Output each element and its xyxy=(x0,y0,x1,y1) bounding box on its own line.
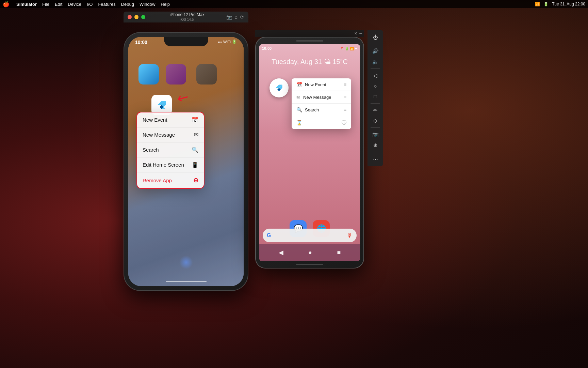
menubar-edit[interactable]: Edit xyxy=(55,2,62,7)
menubar-features[interactable]: Features xyxy=(98,2,115,7)
android-speaker xyxy=(296,40,323,42)
menubar-app-name[interactable]: Simulator xyxy=(16,2,37,7)
android-search-label: Search xyxy=(305,107,319,112)
android-flutter-icon[interactable] xyxy=(270,78,289,97)
iphone-device-body: 10:00 ▪▪▪ WiFi 🔋 xyxy=(124,32,248,291)
emulator-square-button[interactable]: □ xyxy=(370,92,381,101)
android-new-event-label: New Event xyxy=(305,82,326,87)
android-close-button[interactable]: ✕ xyxy=(354,31,357,36)
ios-app-icon-3[interactable] xyxy=(196,64,217,85)
context-menu-new-event[interactable]: New Event 📅 xyxy=(137,112,204,127)
android-time-display: 10:00 xyxy=(262,46,272,50)
android-nav-bar: ◀ ● ■ xyxy=(259,244,360,261)
android-drag-handle-1: ≡ xyxy=(344,82,346,87)
menubar-io[interactable]: I/O xyxy=(87,2,93,7)
ios-app-icon-2[interactable] xyxy=(166,64,186,85)
android-menu-new-message[interactable]: ✉ New Message ≡ xyxy=(292,91,351,104)
emulator-draw-button[interactable]: ✏ xyxy=(370,106,381,115)
menubar-device[interactable]: Device xyxy=(68,2,81,7)
android-info-icon: ⓘ xyxy=(342,120,346,126)
rotate-icon[interactable]: ⟳ xyxy=(240,14,244,20)
android-drag-handle-3: ≡ xyxy=(344,107,346,112)
android-battery-icon: 🔋 xyxy=(345,47,349,50)
menubar-file[interactable]: File xyxy=(42,2,49,7)
edit-home-label: Edit Home Screen xyxy=(143,162,184,168)
ios-context-menu: New Event 📅 New Message ✉ Search 🔍 Edit … xyxy=(136,112,205,189)
emulator-power-button[interactable]: ⏻ xyxy=(370,33,381,42)
android-new-message-label: New Message xyxy=(303,95,331,100)
search-icon: 🔍 xyxy=(192,147,198,153)
iphone-signal-icon: ▪▪▪ xyxy=(218,40,222,44)
side-panel-divider-4 xyxy=(371,127,380,128)
menubar-clock: Tue 31. Aug 22:00 xyxy=(552,2,585,6)
android-google-search-bar[interactable]: G 🎙 xyxy=(263,229,357,242)
android-screen[interactable]: 10:00 📍 🔋 📶 ▪▪ Tuesday, Aug 31 🌤 15°C xyxy=(259,44,360,261)
emulator-circle-button[interactable]: ○ xyxy=(370,81,381,90)
simulator-titlebar: iPhone 12 Pro Max iOS 14.5 📷 ⌂ ⟳ xyxy=(124,12,248,22)
emulator-erase-button[interactable]: ◇ xyxy=(370,116,381,125)
android-menu-remove[interactable]: ⌛ ⓘ xyxy=(292,116,351,129)
close-button[interactable] xyxy=(128,15,132,19)
context-menu-search[interactable]: Search 🔍 xyxy=(137,142,204,157)
search-label: Search xyxy=(143,147,159,153)
context-menu-new-message[interactable]: New Message ✉ xyxy=(137,127,204,142)
emulator-more-button[interactable]: ⋯ xyxy=(370,155,381,164)
android-drag-handle-2: ≡ xyxy=(344,95,346,99)
menubar-battery-icon: 🔋 xyxy=(543,2,549,6)
emulator-zoom-button[interactable]: ⊕ xyxy=(370,141,381,150)
google-g-icon: G xyxy=(267,232,271,239)
side-panel-divider-2 xyxy=(371,68,380,69)
emulator-volume-down-button[interactable]: 🔈 xyxy=(370,57,381,66)
remove-icon: ⊖ xyxy=(193,177,198,184)
android-date-widget: Tuesday, Aug 31 🌤 15°C xyxy=(259,58,360,66)
new-event-label: New Event xyxy=(143,117,167,123)
android-flutter-svg xyxy=(274,82,284,93)
android-context-menu: 📅 New Event ≡ ✉ New Message ≡ 🔍 Search xyxy=(292,78,351,129)
emulator-rotate-left-button[interactable]: ◁ xyxy=(370,71,381,80)
iphone-time-display: 10:00 xyxy=(135,40,147,45)
message-icon: ✉ xyxy=(194,132,198,138)
flutter-logo-svg xyxy=(155,98,168,112)
android-wifi-icon: 📶 xyxy=(350,47,354,50)
side-panel-divider-1 xyxy=(371,44,380,44)
emulator-camera-button[interactable]: 📷 xyxy=(370,130,381,139)
android-menu-new-event[interactable]: 📅 New Event ≡ xyxy=(292,78,351,91)
android-overview-button[interactable]: ■ xyxy=(337,249,341,256)
side-panel-divider-3 xyxy=(371,103,380,104)
android-location-icon: 📍 xyxy=(340,47,344,50)
side-panel-divider-5 xyxy=(371,152,380,152)
edit-home-icon: 📱 xyxy=(192,162,198,168)
menubar-help[interactable]: Help xyxy=(161,2,170,7)
iphone-screen[interactable]: 10:00 ▪▪▪ WiFi 🔋 xyxy=(128,37,244,286)
maximize-button[interactable] xyxy=(141,15,145,19)
ios-app-icon-1[interactable] xyxy=(138,64,159,85)
apple-menu-icon[interactable]: 🍎 xyxy=(3,1,10,7)
android-minimize-button[interactable]: ─ xyxy=(359,31,362,35)
context-menu-remove-app[interactable]: Remove App ⊖ xyxy=(137,172,204,188)
remove-app-label: Remove App xyxy=(143,178,172,183)
iphone-simulator-window: iPhone 12 Pro Max iOS 14.5 📷 ⌂ ⟳ 10:00 ▪… xyxy=(124,12,248,291)
menubar-wifi-icon: 📶 xyxy=(535,2,540,6)
android-menu-search[interactable]: 🔍 Search ≡ xyxy=(292,104,351,116)
ios-home-indicator-glow xyxy=(179,256,193,269)
android-calendar-icon: 📅 xyxy=(296,82,302,87)
android-emulator-side-panel: ⏻ 🔊 🔈 ◁ ○ □ ✏ ◇ 📷 ⊕ ⋯ xyxy=(368,30,383,166)
ios-home-indicator xyxy=(166,281,207,282)
screenshot-icon[interactable]: 📷 xyxy=(226,14,232,20)
android-search-icon: 🔍 xyxy=(296,107,302,112)
home-icon[interactable]: ⌂ xyxy=(235,14,238,20)
minimize-button[interactable] xyxy=(134,15,138,19)
android-device-body: 10:00 📍 🔋 📶 ▪▪ Tuesday, Aug 31 🌤 15°C xyxy=(255,37,364,269)
android-message-icon: ✉ xyxy=(296,94,300,100)
android-back-button[interactable]: ◀ xyxy=(279,249,283,256)
google-mic-icon[interactable]: 🎙 xyxy=(346,232,353,239)
android-titlebar: ✕ ─ xyxy=(255,30,364,37)
android-home-button[interactable]: ● xyxy=(308,249,312,256)
context-menu-edit-home[interactable]: Edit Home Screen 📱 xyxy=(137,157,204,172)
emulator-volume-up-button[interactable]: 🔊 xyxy=(370,47,381,56)
android-signal-icon: ▪▪ xyxy=(355,47,357,50)
menubar: 🍎 Simulator File Edit Device I/O Feature… xyxy=(0,0,588,8)
android-status-bar: 10:00 📍 🔋 📶 ▪▪ xyxy=(259,44,360,52)
menubar-window[interactable]: Window xyxy=(140,2,155,7)
menubar-debug[interactable]: Debug xyxy=(121,2,134,7)
